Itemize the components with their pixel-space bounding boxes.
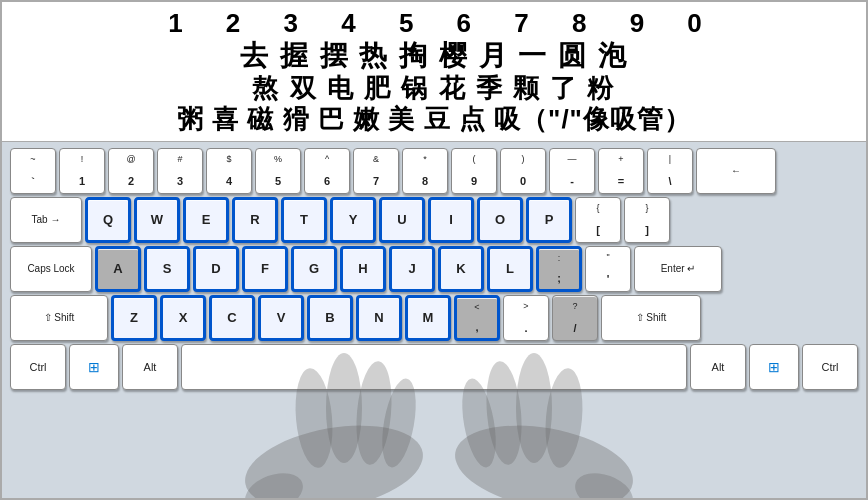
- svg-point-5: [376, 376, 421, 470]
- key-lshift[interactable]: ⇧ Shift: [10, 295, 108, 341]
- keyboard-area: ~` !1 @2 #3 $4 %5 ^6 &7: [2, 142, 866, 498]
- bottom-row: Ctrl ⊞ Alt Alt ⊞ Ctrl: [10, 344, 858, 390]
- key-comma[interactable]: <,: [454, 295, 500, 341]
- key-x[interactable]: X: [160, 295, 206, 341]
- key-m[interactable]: M: [405, 295, 451, 341]
- svg-point-7: [570, 466, 639, 498]
- key-b[interactable]: B: [307, 295, 353, 341]
- key-backslash[interactable]: |\: [647, 148, 693, 194]
- key-rbracket[interactable]: }]: [624, 197, 670, 243]
- key-s[interactable]: S: [144, 246, 190, 292]
- key-minus[interactable]: —-: [549, 148, 595, 194]
- key-2[interactable]: @2: [108, 148, 154, 194]
- svg-point-6: [448, 413, 639, 498]
- key-equals[interactable]: +=: [598, 148, 644, 194]
- key-tilde[interactable]: ~`: [10, 148, 56, 194]
- key-f[interactable]: F: [242, 246, 288, 292]
- key-l[interactable]: L: [487, 246, 533, 292]
- key-3[interactable]: #3: [157, 148, 203, 194]
- key-capslock[interactable]: Caps Lock: [10, 246, 92, 292]
- key-h[interactable]: H: [340, 246, 386, 292]
- windows-logo-icon: ⊞: [88, 359, 100, 375]
- key-y[interactable]: Y: [330, 197, 376, 243]
- qwerty-row: Tab → Q W E R T Y U I O P {[ }]: [10, 197, 858, 243]
- key-rshift[interactable]: ⇧ Shift: [601, 295, 701, 341]
- svg-point-0: [238, 413, 429, 498]
- key-rctrl[interactable]: Ctrl: [802, 344, 858, 390]
- main-container: 1 2 3 4 5 6 7 8 9 0 去 握 摆 热 掏 樱 月 一 圆 泡 …: [0, 0, 868, 500]
- key-r[interactable]: R: [232, 197, 278, 243]
- number-row: ~` !1 @2 #3 $4 %5 ^6 &7: [10, 148, 858, 194]
- key-z[interactable]: Z: [111, 295, 157, 341]
- key-5[interactable]: %5: [255, 148, 301, 194]
- header-line2: 熬 双 电 肥 锅 花 季 颗 了 粉: [12, 73, 856, 104]
- key-j[interactable]: J: [389, 246, 435, 292]
- key-8[interactable]: *8: [402, 148, 448, 194]
- key-lalt[interactable]: Alt: [122, 344, 178, 390]
- key-lctrl[interactable]: Ctrl: [10, 344, 66, 390]
- key-backspace[interactable]: ←: [696, 148, 776, 194]
- key-n[interactable]: N: [356, 295, 402, 341]
- key-e[interactable]: E: [183, 197, 229, 243]
- svg-point-1: [240, 466, 309, 498]
- key-slash[interactable]: ?/: [552, 295, 598, 341]
- key-a[interactable]: A: [95, 246, 141, 292]
- key-period[interactable]: >.: [503, 295, 549, 341]
- key-ralt[interactable]: Alt: [690, 344, 746, 390]
- key-v[interactable]: V: [258, 295, 304, 341]
- header-line1: 去 握 摆 热 掏 樱 月 一 圆 泡: [12, 39, 856, 73]
- key-k[interactable]: K: [438, 246, 484, 292]
- key-6[interactable]: ^6: [304, 148, 350, 194]
- svg-point-11: [456, 376, 501, 470]
- key-w[interactable]: W: [134, 197, 180, 243]
- key-u[interactable]: U: [379, 197, 425, 243]
- header-text-area: 1 2 3 4 5 6 7 8 9 0 去 握 摆 热 掏 樱 月 一 圆 泡 …: [2, 2, 866, 142]
- windows-logo-right-icon: ⊞: [768, 359, 780, 375]
- key-q[interactable]: Q: [85, 197, 131, 243]
- key-4[interactable]: $4: [206, 148, 252, 194]
- key-c[interactable]: C: [209, 295, 255, 341]
- key-space[interactable]: [181, 344, 687, 390]
- key-semicolon[interactable]: :;: [536, 246, 582, 292]
- key-lwin[interactable]: ⊞: [69, 344, 119, 390]
- key-1[interactable]: !1: [59, 148, 105, 194]
- zxcv-row: ⇧ Shift Z X C V B N M <, >. ?/ ⇧ Shift: [10, 295, 858, 341]
- key-o[interactable]: O: [477, 197, 523, 243]
- key-quote[interactable]: "': [585, 246, 631, 292]
- key-i[interactable]: I: [428, 197, 474, 243]
- key-9[interactable]: (9: [451, 148, 497, 194]
- key-g[interactable]: G: [291, 246, 337, 292]
- key-p[interactable]: P: [526, 197, 572, 243]
- key-tab[interactable]: Tab →: [10, 197, 82, 243]
- key-0[interactable]: )0: [500, 148, 546, 194]
- asdf-row: Caps Lock A S D F G H J K L :; "' Enter …: [10, 246, 858, 292]
- key-7[interactable]: &7: [353, 148, 399, 194]
- key-lbracket[interactable]: {[: [575, 197, 621, 243]
- key-rwin[interactable]: ⊞: [749, 344, 799, 390]
- key-t[interactable]: T: [281, 197, 327, 243]
- number-row-label: 1 2 3 4 5 6 7 8 9 0: [12, 8, 856, 39]
- key-enter[interactable]: Enter ↵: [634, 246, 722, 292]
- header-line3: 粥 喜 磁 猾 巴 嫩 美 豆 点 吸（"/"像吸管）: [12, 104, 856, 135]
- key-d[interactable]: D: [193, 246, 239, 292]
